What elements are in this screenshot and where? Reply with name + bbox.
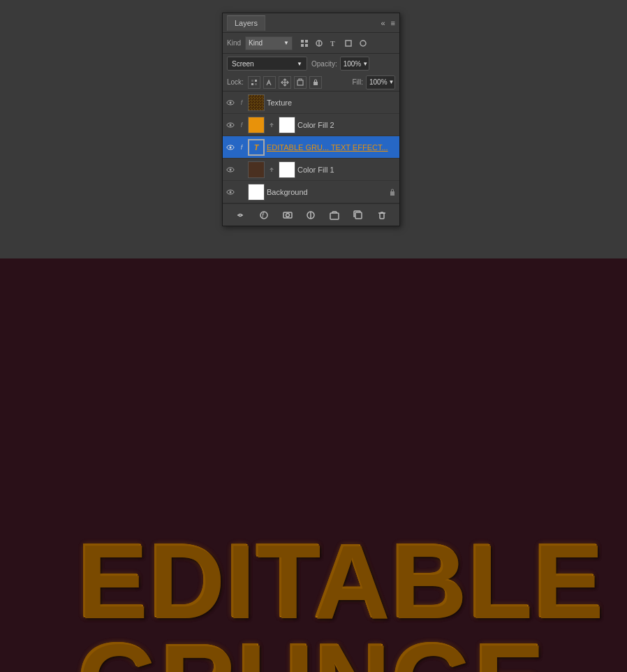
panel-menu-icon[interactable]: ≡ bbox=[391, 19, 395, 27]
layer-name-colorfill2: Color Fill 2 bbox=[297, 121, 397, 129]
blend-mode-chevron: ▼ bbox=[297, 61, 302, 67]
svg-rect-3 bbox=[305, 44, 308, 47]
svg-point-25 bbox=[230, 168, 232, 170]
layer-item-colorfill1[interactable]: Color Fill 1 bbox=[223, 159, 399, 181]
svg-rect-10 bbox=[255, 80, 257, 82]
layer-lock-background bbox=[388, 188, 397, 196]
panel-title-area: Layers bbox=[227, 13, 265, 32]
lock-all-icon[interactable] bbox=[309, 76, 322, 89]
smart-filter-icon[interactable] bbox=[357, 37, 369, 50]
layer-fx-texture: f bbox=[237, 99, 246, 106]
opacity-input[interactable]: 100% ▼ bbox=[340, 57, 369, 71]
blend-mode-dropdown[interactable]: Screen ▼ bbox=[227, 57, 307, 71]
panel-header-icons: « ≡ bbox=[381, 19, 395, 27]
svg-rect-39 bbox=[380, 213, 384, 219]
svg-rect-9 bbox=[251, 80, 253, 82]
layers-panel: Layers « ≡ Kind Kind ▼ bbox=[222, 13, 400, 226]
opacity-value: 100% bbox=[344, 60, 362, 68]
layer-chain-colorfill2 bbox=[267, 122, 276, 129]
fill-section: Fill: 100% ▼ bbox=[352, 75, 395, 89]
layer-thumb-colorfill1-dark bbox=[248, 161, 265, 178]
artwork-area: EDITABLE GRUNGE TEXT EFFECT bbox=[0, 258, 627, 672]
lock-transparency-icon[interactable] bbox=[248, 76, 260, 89]
lock-paint-icon[interactable] bbox=[263, 76, 276, 89]
kind-dropdown-chevron: ▼ bbox=[283, 40, 289, 46]
opacity-label: Opacity: bbox=[311, 60, 337, 68]
fill-label: Fill: bbox=[352, 78, 363, 86]
layers-tab-label: Layers bbox=[235, 19, 258, 27]
blend-opacity-row: Screen ▼ Opacity: 100% ▼ bbox=[223, 54, 399, 73]
panel-bottom-toolbar: f bbox=[223, 203, 399, 226]
opacity-chevron: ▼ bbox=[362, 61, 368, 67]
layer-fx-colorfill2: f bbox=[237, 122, 246, 129]
add-layer-style-button[interactable]: f bbox=[256, 207, 272, 223]
svg-point-34 bbox=[286, 213, 289, 217]
layer-item-text[interactable]: f T EDITABLE GRU... TEXT EFFECT... bbox=[223, 136, 399, 159]
grunge-text-line-2: GRUNGE bbox=[77, 631, 552, 673]
shape-filter-icon[interactable] bbox=[342, 37, 355, 50]
pixel-filter-icon[interactable] bbox=[298, 37, 311, 50]
layer-thumb-colorfill2-white bbox=[279, 117, 295, 133]
svg-rect-0 bbox=[301, 40, 304, 43]
layer-thumb-texture bbox=[248, 94, 265, 111]
add-mask-button[interactable] bbox=[280, 207, 295, 223]
layer-thumb-background bbox=[248, 184, 265, 200]
layer-name-colorfill1: Color Fill 1 bbox=[297, 166, 397, 174]
blend-mode-value: Screen bbox=[232, 60, 254, 68]
group-layers-button[interactable] bbox=[327, 207, 342, 223]
grunge-text-line-1: EDITABLE bbox=[77, 531, 552, 631]
kind-dropdown-value: Kind bbox=[249, 39, 263, 47]
svg-point-8 bbox=[360, 41, 366, 46]
svg-point-18 bbox=[230, 101, 232, 103]
fill-input[interactable]: 100% ▼ bbox=[366, 75, 395, 89]
layer-name-background: Background bbox=[267, 188, 386, 196]
grunge-text-container: EDITABLE GRUNGE TEXT EFFECT bbox=[77, 531, 552, 672]
filter-row: Kind Kind ▼ T bbox=[223, 33, 399, 54]
layer-eye-colorfill2[interactable] bbox=[226, 120, 235, 130]
svg-rect-12 bbox=[255, 83, 257, 85]
layer-eye-texture[interactable] bbox=[226, 98, 235, 108]
layer-item-background[interactable]: Background bbox=[223, 181, 399, 203]
lock-artboard-icon[interactable] bbox=[294, 76, 307, 89]
layer-chain-colorfill1 bbox=[267, 166, 276, 173]
delete-layer-button[interactable] bbox=[374, 207, 390, 223]
layer-thumb-colorfill1-white bbox=[279, 161, 295, 178]
svg-rect-7 bbox=[346, 41, 351, 46]
svg-point-23 bbox=[230, 146, 232, 148]
svg-rect-38 bbox=[355, 212, 362, 219]
svg-point-20 bbox=[230, 124, 232, 126]
layer-eye-text[interactable] bbox=[226, 143, 235, 152]
collapse-icon[interactable]: « bbox=[381, 19, 385, 27]
svg-rect-2 bbox=[301, 44, 304, 47]
fill-chevron: ▼ bbox=[389, 79, 394, 85]
kind-dropdown[interactable]: Kind ▼ bbox=[245, 36, 293, 50]
layers-list: f Texture f Color Fill 2 bbox=[223, 92, 399, 203]
lock-label: Lock: bbox=[227, 78, 244, 86]
layer-item-texture[interactable]: f Texture bbox=[223, 92, 399, 114]
layers-tab[interactable]: Layers bbox=[227, 15, 265, 31]
opacity-row: Opacity: 100% ▼ bbox=[311, 57, 369, 71]
layer-item-colorfill2[interactable]: f Color Fill 2 bbox=[223, 114, 399, 136]
canvas-area: EDITABLE GRUNGE TEXT EFFECT Layers « ≡ K… bbox=[0, 0, 627, 672]
adjustment-layer-button[interactable] bbox=[303, 207, 318, 223]
type-filter-icon[interactable]: T bbox=[327, 37, 340, 50]
svg-rect-1 bbox=[305, 40, 308, 43]
layer-thumb-colorfill2-orange bbox=[248, 117, 265, 133]
filter-icons: T bbox=[298, 37, 369, 50]
lock-fill-row: Lock: Fill: 100% ▼ bbox=[223, 73, 399, 92]
layer-name-texture: Texture bbox=[267, 98, 397, 107]
fill-value: 100% bbox=[369, 78, 388, 86]
svg-rect-37 bbox=[330, 213, 339, 219]
adjustment-filter-icon[interactable] bbox=[313, 37, 325, 50]
filter-label: Kind bbox=[227, 39, 241, 47]
layer-thumb-text: T bbox=[248, 139, 265, 156]
duplicate-layer-button[interactable] bbox=[351, 207, 366, 223]
svg-rect-11 bbox=[251, 83, 253, 85]
layer-eye-colorfill1[interactable] bbox=[226, 165, 235, 175]
lock-position-icon[interactable] bbox=[279, 76, 291, 89]
svg-text:T: T bbox=[330, 40, 335, 48]
layer-eye-background[interactable] bbox=[226, 187, 235, 197]
link-layers-button[interactable] bbox=[233, 207, 248, 223]
panel-header: Layers « ≡ bbox=[223, 13, 399, 33]
layer-fx-text: f bbox=[237, 144, 246, 151]
